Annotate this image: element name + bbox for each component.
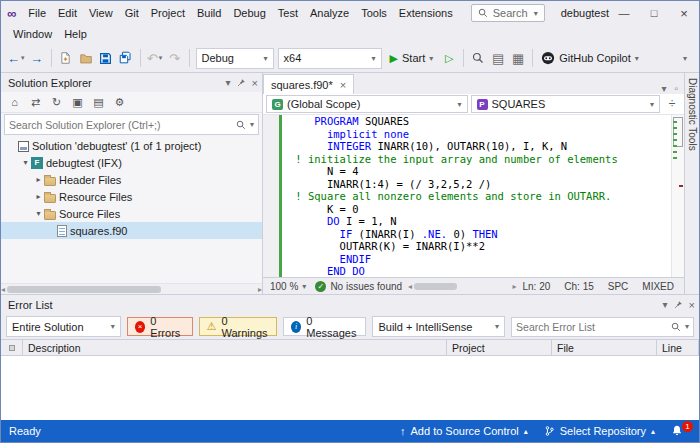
new-file-button[interactable] [56,47,76,69]
save-button[interactable] [96,47,116,69]
menu-item-git[interactable]: Git [119,1,145,25]
code-line[interactable]: implicit none [289,128,670,141]
title-search-box[interactable]: Search ▾ [471,4,545,22]
maximize-button[interactable]: □ [639,1,669,25]
add-to-source-control-button[interactable]: ↑ Add to Source Control ▴ [400,425,528,437]
menu-item-file[interactable]: File [22,1,52,25]
scrollbar-track[interactable] [414,283,510,290]
errors-toggle-button[interactable]: × 0 Errors [127,317,193,336]
find-in-files-button[interactable] [468,47,488,69]
close-panel-button[interactable]: × [689,299,695,311]
switch-views-button[interactable]: ⇄ [26,93,45,111]
toolbar-overflow-button[interactable]: ▾ [675,47,695,69]
solution-explorer-hscrollbar[interactable]: ◂ ▸ [1,283,262,294]
severity-column-header[interactable] [1,340,23,355]
editor-hscrollbar[interactable]: ◂ ▸ [408,282,516,291]
encoding-indicator[interactable]: MIXED [642,281,674,292]
menu-item-build[interactable]: Build [191,1,227,25]
home-button[interactable]: ⌂ [5,93,24,111]
diagnostic-tools-tab[interactable]: Diagnostic Tools [687,73,698,151]
column-header-line[interactable]: Line [657,340,699,355]
menu-item-window[interactable]: Window [7,25,58,44]
pin-icon[interactable] [237,78,246,87]
navigate-back-button[interactable]: ←▾ [5,47,27,69]
menu-item-edit[interactable]: Edit [52,1,83,25]
menu-item-project[interactable]: Project [145,1,191,25]
github-copilot-button[interactable]: GitHub Copilot ▾ [537,47,643,69]
code-content[interactable]: PROGRAM SQUARES implicit none INTEGER IN… [289,115,670,277]
code-line[interactable]: END DO [289,265,670,277]
spaces-indicator[interactable]: SPC [608,281,629,292]
tree-item-source-files[interactable]: ▾Source Files [1,205,262,222]
scope-dropdown[interactable]: G (Global Scope) ▾ [266,95,468,113]
code-editor[interactable]: PROGRAM SQUARES implicit none INTEGER IN… [263,115,684,277]
tree-item-squares-f90[interactable]: squares.f90 [1,222,262,239]
menu-item-test[interactable]: Test [272,1,304,25]
code-line[interactable]: ! initialize the input array and number … [289,153,670,166]
tree-item-header-files[interactable]: ▸Header Files [1,171,262,188]
health-indicator[interactable]: ✓ No issues found [315,281,402,292]
menu-item-view[interactable]: View [83,1,119,25]
menu-item-help[interactable]: Help [58,25,93,44]
scrollbar-track[interactable] [7,286,256,293]
scope-filter-dropdown[interactable]: Entire Solution▾ [6,316,121,337]
save-all-button[interactable] [116,47,136,69]
code-line[interactable]: INTEGER INARR(10), OUTARR(10), I, K, N [289,140,670,153]
code-line[interactable]: K = 0 [289,203,670,216]
warnings-toggle-button[interactable]: ⚠ 0 Warnings [199,317,277,336]
code-line[interactable]: ENDIF [289,253,670,266]
properties-button[interactable]: ⚙ [110,93,129,111]
scroll-left-icon[interactable]: ◂ [408,282,412,291]
code-line[interactable]: DO I = 1, N [289,215,670,228]
redo-button[interactable]: ↷ [165,47,185,69]
menu-item-tools[interactable]: Tools [355,1,393,25]
minimize-button[interactable]: — [609,1,639,25]
close-panel-button[interactable]: × [252,77,258,89]
window-position-button[interactable]: ▾ [226,77,231,88]
close-button[interactable]: × [669,1,699,25]
error-list-body[interactable] [1,356,699,420]
tree-item-debugtest-ifx[interactable]: ▾Fdebugtest (IFX) [1,154,262,171]
solution-explorer-search[interactable]: ▾ [4,114,259,135]
window-position-button[interactable]: ▾ [663,299,668,310]
tab-list-chevron-icon[interactable]: ▾ [661,83,666,94]
solution-configuration-dropdown[interactable]: Debug▾ [196,48,274,69]
menu-item-debug[interactable]: Debug [227,1,271,25]
tree-item-resource-files[interactable]: ▸Resource Files [1,188,262,205]
column-header-project[interactable]: Project [447,340,552,355]
undo-button[interactable]: ↶▾ [145,47,165,69]
start-debugging-button[interactable]: ▶ Start ▾ [384,47,440,69]
scroll-right-icon[interactable]: ▸ [258,285,262,294]
menu-item-analyze[interactable]: Analyze [304,1,355,25]
collapse-all-button[interactable]: ▣ [68,93,87,111]
scrollbar-thumb[interactable] [414,283,457,290]
line-indicator[interactable]: Ln: 20 [522,281,550,292]
code-line[interactable]: N = 4 [289,165,670,178]
select-repository-button[interactable]: Select Repository ▴ [544,425,655,437]
error-list-search[interactable]: ▾ [511,317,694,337]
float-window-icon[interactable]: ▫ [674,83,678,94]
breakpoint-margin[interactable] [263,115,279,277]
code-line[interactable]: PROGRAM SQUARES [289,115,670,128]
member-dropdown[interactable]: P SQUARES ▾ [471,95,661,113]
tab-squares-f90[interactable]: squares.f90* × [263,74,354,94]
scrollbar-map[interactable] [671,115,684,277]
column-header-description[interactable]: Description [23,340,447,355]
messages-toggle-button[interactable]: i 0 Messages [283,317,367,336]
tree-item-solution-debugtest-1-of-1-project[interactable]: Solution 'debugtest' (1 of 1 project) [1,137,262,154]
navigate-forward-button[interactable]: → [27,47,47,69]
refresh-button[interactable]: ↻ [47,93,66,111]
menu-item-extensions[interactable]: Extensions [393,1,459,25]
zoom-dropdown[interactable]: 100 %▾ [267,281,309,292]
extensions-button[interactable]: ▦ [508,47,528,69]
solution-explorer-search-input[interactable] [9,119,232,131]
notifications-button[interactable]: 1 [671,424,691,439]
column-header-file[interactable]: File [552,340,657,355]
start-without-debugging-button[interactable]: ▷ [439,47,459,69]
scroll-right-icon[interactable]: ▸ [512,282,516,291]
scroll-left-icon[interactable]: ◂ [1,285,5,294]
scrollbar-thumb[interactable] [7,286,161,293]
pin-icon[interactable] [674,300,683,309]
column-indicator[interactable]: Ch: 15 [564,281,593,292]
split-window-button[interactable]: ÷ [663,97,681,111]
